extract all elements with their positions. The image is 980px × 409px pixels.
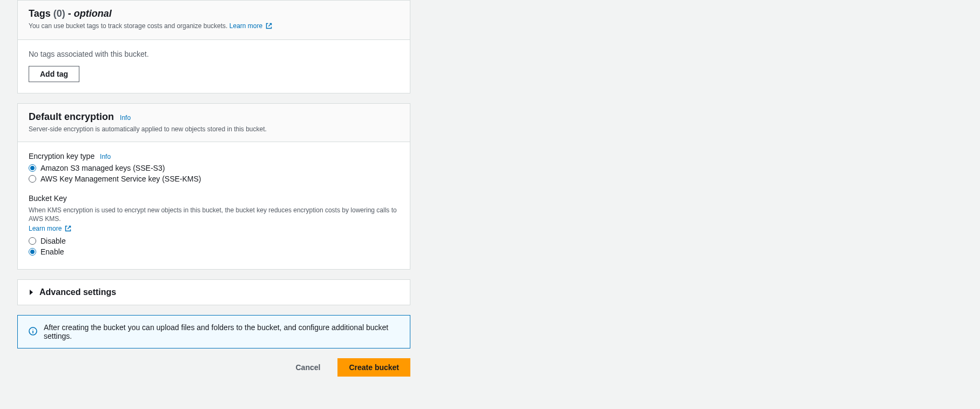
encryption-title-row: Default encryption Info <box>29 111 399 123</box>
encryption-info-link[interactable]: Info <box>120 114 131 122</box>
radio-bucket-key-enable[interactable]: Enable <box>29 247 399 256</box>
svg-point-3 <box>32 328 33 329</box>
key-type-info-link[interactable]: Info <box>100 153 111 160</box>
encryption-panel: Default encryption Info Server-side encr… <box>17 103 410 270</box>
radio-sse-s3-label: Amazon S3 managed keys (SSE-S3) <box>40 164 165 172</box>
tags-optional: optional <box>74 8 112 19</box>
tags-count: (0) <box>53 8 65 19</box>
tags-learn-more-text: Learn more <box>229 22 262 30</box>
tags-learn-more-link[interactable]: Learn more <box>229 22 272 30</box>
external-link-icon <box>65 225 71 233</box>
footer-actions: Cancel Create bucket <box>17 358 410 377</box>
advanced-settings-toggle[interactable]: Advanced settings <box>17 279 410 305</box>
caret-right-icon <box>29 288 34 297</box>
key-type-label-row: Encryption key type Info <box>29 152 399 160</box>
radio-icon <box>29 164 36 172</box>
tags-empty-text: No tags associated with this bucket. <box>29 50 399 58</box>
radio-sse-kms[interactable]: AWS Key Management Service key (SSE-KMS) <box>29 175 399 183</box>
tags-title: Tags (0) - optional <box>29 8 399 19</box>
cancel-button[interactable]: Cancel <box>285 359 331 376</box>
bucket-key-learn-more-text: Learn more <box>29 225 62 232</box>
add-tag-button[interactable]: Add tag <box>29 66 79 82</box>
external-link-icon <box>266 23 272 32</box>
bucket-key-desc: When KMS encryption is used to encrypt n… <box>29 206 399 224</box>
radio-bucket-key-disable[interactable]: Disable <box>29 237 399 245</box>
encryption-title: Default encryption <box>29 111 114 122</box>
info-banner: After creating the bucket you can upload… <box>17 315 410 348</box>
bk-enable-label: Enable <box>40 247 64 256</box>
svg-marker-0 <box>30 290 33 295</box>
tags-header: Tags (0) - optional You can use bucket t… <box>18 1 410 40</box>
radio-sse-kms-label: AWS Key Management Service key (SSE-KMS) <box>40 175 201 183</box>
advanced-title: Advanced settings <box>39 287 116 297</box>
key-type-label: Encryption key type <box>29 152 94 160</box>
radio-icon <box>29 175 36 183</box>
encryption-desc: Server-side encryption is automatically … <box>29 125 399 134</box>
info-banner-text: After creating the bucket you can upload… <box>44 323 399 340</box>
tags-panel: Tags (0) - optional You can use bucket t… <box>17 0 410 93</box>
create-bucket-button[interactable]: Create bucket <box>337 358 410 377</box>
tags-body: No tags associated with this bucket. Add… <box>18 40 410 93</box>
tags-title-text: Tags <box>29 8 51 19</box>
encryption-body: Encryption key type Info Amazon S3 manag… <box>18 142 410 270</box>
tags-sep: - <box>68 8 74 19</box>
tags-desc-text: You can use bucket tags to track storage… <box>29 22 229 30</box>
tags-desc: You can use bucket tags to track storage… <box>29 22 399 32</box>
bucket-key-learn-more-link[interactable]: Learn more <box>29 225 71 232</box>
radio-icon <box>29 248 36 256</box>
radio-icon <box>29 237 36 245</box>
bucket-key-section: Bucket Key When KMS encryption is used t… <box>29 194 399 257</box>
encryption-header: Default encryption Info Server-side encr… <box>18 104 410 142</box>
bk-disable-label: Disable <box>40 237 66 245</box>
radio-sse-s3[interactable]: Amazon S3 managed keys (SSE-S3) <box>29 164 399 172</box>
bucket-key-label: Bucket Key <box>29 194 399 203</box>
info-icon <box>29 327 37 337</box>
